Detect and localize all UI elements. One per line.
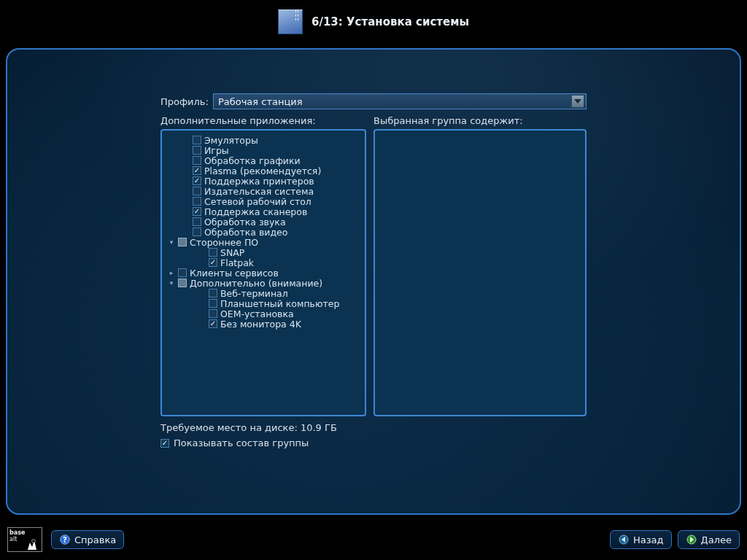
tree-item[interactable]: Сетевой рабочий стол xyxy=(166,196,360,206)
installer-icon xyxy=(278,9,303,34)
checkbox[interactable] xyxy=(178,268,187,277)
tree-item-label: Поддержка сканеров xyxy=(204,206,307,217)
tree-item[interactable]: ▾Стороннее ПО xyxy=(166,237,360,247)
arrow-right-icon xyxy=(686,534,697,545)
checkbox[interactable] xyxy=(209,309,217,318)
tree-item-label: Дополнительно (внимание) xyxy=(190,278,322,289)
svg-marker-0 xyxy=(574,99,581,104)
tree-item[interactable]: Обработка графики xyxy=(166,155,360,166)
wizard-step-title: 6/13: Установка системы xyxy=(311,15,469,28)
show-group-contents-checkbox[interactable]: ✓ xyxy=(160,439,169,448)
tree-item-label: Стороннее ПО xyxy=(190,237,258,248)
profile-select-value: Рабочая станция xyxy=(218,96,303,107)
arrow-left-icon xyxy=(618,534,630,545)
right-column-title: Выбранная группа содержит: xyxy=(374,115,587,126)
tree-item[interactable]: Планшетный компьютер xyxy=(166,298,360,308)
tree-item[interactable]: ✓Plasma (рекомендуется) xyxy=(166,166,360,176)
tree-item[interactable]: Эмуляторы xyxy=(166,135,360,145)
checkbox[interactable] xyxy=(178,238,187,246)
tree-item[interactable]: Игры xyxy=(166,145,360,155)
tree-item-label: Веб-терминал xyxy=(220,288,288,299)
apps-tree[interactable]: ЭмуляторыИгрыОбработка графики✓Plasma (р… xyxy=(160,129,366,416)
tree-item[interactable]: ✓Поддержка сканеров xyxy=(166,206,360,217)
group-contents-list[interactable] xyxy=(374,129,587,416)
checkbox[interactable] xyxy=(193,156,201,165)
tree-item-label: Обработка видео xyxy=(204,227,287,238)
back-button[interactable]: Назад xyxy=(610,530,672,549)
checkbox[interactable] xyxy=(193,146,201,155)
tree-item[interactable]: OEM-установка xyxy=(166,308,360,319)
checkbox[interactable]: ✓ xyxy=(209,319,217,328)
tree-item-label: Обработка графики xyxy=(204,155,301,166)
basealt-logo: base alt xyxy=(7,527,42,552)
penguin-icon xyxy=(25,537,41,551)
back-button-label: Назад xyxy=(633,534,664,545)
checkbox[interactable]: ✓ xyxy=(193,207,201,216)
bottom-bar: base alt ? Справка Назад Далее xyxy=(0,519,747,560)
next-button-label: Далее xyxy=(701,534,732,545)
wizard-header: 6/13: Установка системы xyxy=(0,0,747,44)
tree-item[interactable]: Обработка звука xyxy=(166,217,360,227)
tree-item-label: Поддержка принтеров xyxy=(204,176,314,187)
show-group-contents-row: ✓ Показывать состав группы xyxy=(160,438,587,448)
checkbox[interactable] xyxy=(193,187,201,195)
profile-select[interactable]: Рабочая станция xyxy=(213,93,587,109)
left-column-title: Дополнительные приложения: xyxy=(160,115,366,126)
tree-item-label: OEM-установка xyxy=(220,308,294,319)
tree-item[interactable]: ▾Дополнительно (внимание) xyxy=(166,278,360,288)
tree-item[interactable]: SNAP xyxy=(166,247,360,257)
checkbox[interactable]: ✓ xyxy=(193,166,201,175)
tree-item[interactable]: ✓Без монитора 4K xyxy=(166,319,360,329)
disk-space-required: Требуемое место на диске: 10.9 ГБ xyxy=(160,422,587,433)
checkbox[interactable] xyxy=(209,248,217,257)
right-column: Выбранная группа содержит: xyxy=(374,115,587,416)
tree-item[interactable]: ✓Поддержка принтеров xyxy=(166,176,360,186)
help-button[interactable]: ? Справка xyxy=(51,530,124,549)
tree-item-label: Сетевой рабочий стол xyxy=(204,196,311,207)
tree-item[interactable]: ✓Flatpak xyxy=(166,257,360,268)
checkbox[interactable]: ✓ xyxy=(209,258,217,267)
checkbox[interactable] xyxy=(193,228,201,236)
checkbox[interactable] xyxy=(209,299,217,308)
svg-text:?: ? xyxy=(63,536,67,544)
checkbox[interactable] xyxy=(209,289,217,298)
tree-item-label: Обработка звука xyxy=(204,217,286,228)
tree-item-label: Клиенты сервисов xyxy=(190,268,279,279)
chevron-right-icon[interactable]: ▸ xyxy=(168,269,175,276)
checkbox[interactable] xyxy=(193,197,201,206)
chevron-down-icon[interactable]: ▾ xyxy=(168,238,175,246)
tree-item-label: Flatpak xyxy=(220,257,254,268)
left-column: Дополнительные приложения: ЭмуляторыИгры… xyxy=(160,115,366,416)
main-panel: Профиль: Рабочая станция Дополнительные … xyxy=(6,48,741,515)
checkbox[interactable]: ✓ xyxy=(193,176,201,185)
help-icon: ? xyxy=(59,534,71,545)
tree-item-label: Игры xyxy=(204,145,229,156)
checkbox[interactable] xyxy=(193,136,201,144)
columns: Дополнительные приложения: ЭмуляторыИгры… xyxy=(160,115,587,416)
next-button[interactable]: Далее xyxy=(678,530,740,549)
chevron-down-icon[interactable]: ▾ xyxy=(168,279,175,287)
tree-item[interactable]: Издательская система xyxy=(166,186,360,196)
tree-item[interactable]: Обработка видео xyxy=(166,227,360,237)
tree-item-label: SNAP xyxy=(220,247,244,258)
show-group-contents-label: Показывать состав группы xyxy=(174,438,309,448)
tree-item[interactable]: ▸Клиенты сервисов xyxy=(166,268,360,278)
tree-item-label: Издательская система xyxy=(204,186,314,197)
profile-label: Профиль: xyxy=(160,96,209,107)
help-button-label: Справка xyxy=(74,534,116,545)
checkbox[interactable] xyxy=(178,279,187,287)
tree-item-label: Эмуляторы xyxy=(204,135,258,146)
checkbox[interactable] xyxy=(193,217,201,226)
svg-point-1 xyxy=(32,540,36,543)
tree-item[interactable]: Веб-терминал xyxy=(166,288,360,298)
dropdown-button-icon[interactable] xyxy=(571,95,584,108)
tree-item-label: Plasma (рекомендуется) xyxy=(204,166,321,176)
tree-item-label: Планшетный компьютер xyxy=(220,298,339,309)
profile-row: Профиль: Рабочая станция xyxy=(160,93,587,109)
tree-item-label: Без монитора 4K xyxy=(220,319,301,330)
